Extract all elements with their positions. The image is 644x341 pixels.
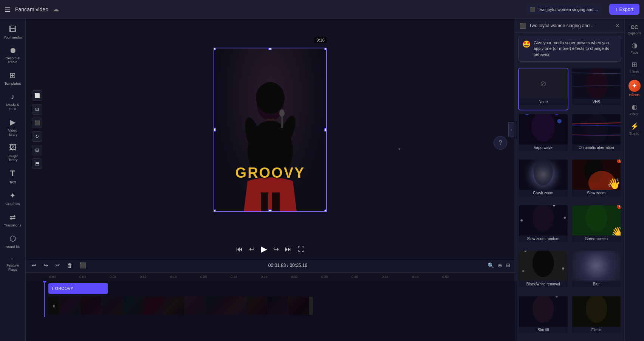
effect-slow-zoom-random-thumb: [519, 205, 568, 236]
canvas-tool-crop[interactable]: ⊡: [32, 104, 42, 115]
sidebar-item-text[interactable]: T Text: [2, 166, 24, 187]
fit-button[interactable]: ⊞: [506, 262, 510, 268]
sidebar-item-record-create[interactable]: ⏺ Record &create: [2, 43, 24, 67]
sidebar-item-brand-kit[interactable]: ⬡ Brand kit: [2, 231, 24, 252]
zoom-in-button[interactable]: ⊕: [498, 262, 502, 268]
forward-button[interactable]: ↪: [273, 245, 279, 253]
right-icon-effects[interactable]: ✦ Effects: [626, 78, 643, 99]
canvas-tool-align[interactable]: ⊟: [32, 145, 42, 155]
selection-handle-tm[interactable]: [268, 48, 272, 50]
canvas-tool-layer[interactable]: ⬒: [32, 158, 42, 169]
sidebar-label-music: Music & SFX: [3, 102, 23, 111]
selection-handle-bm[interactable]: [268, 209, 272, 212]
skip-forward-button[interactable]: ⏭: [285, 245, 292, 253]
timeline-toolbar: ↩ ↪ ✂ 🗑 ⬛ 00:01.83 / 00:35.16 🔍 ⊕ ⊞: [26, 258, 515, 273]
sidebar-item-music-sfx[interactable]: ♪ Music & SFX: [2, 89, 24, 114]
current-time: 00:01.83: [268, 263, 286, 268]
zoom-out-button[interactable]: 🔍: [488, 262, 494, 268]
effect-green-screen[interactable]: 👋 Green screen 2: [571, 205, 622, 247]
fullscreen-button[interactable]: ⛶: [298, 245, 305, 253]
selection-handle-tl[interactable]: [214, 48, 216, 50]
right-icon-speed[interactable]: ⚡ Speed: [626, 120, 643, 138]
track-thumb-6: [164, 297, 184, 315]
playhead[interactable]: [44, 281, 45, 317]
sidebar-item-image-library[interactable]: 🖼 Image library: [2, 140, 24, 165]
right-icon-filters[interactable]: ⊞ Filters: [626, 58, 643, 76]
effect-vhs-thumb: [572, 68, 621, 99]
sidebar-item-transitions[interactable]: ⇄ Transitions: [2, 209, 24, 230]
effect-blur[interactable]: Blur: [571, 250, 622, 292]
effect-vhs[interactable]: VHS: [571, 68, 622, 110]
text-icon: T: [10, 169, 15, 178]
transitions-icon: ⇄: [9, 212, 16, 222]
hamburger-button[interactable]: ☰: [5, 5, 11, 14]
feature-icon: ···: [11, 256, 15, 262]
canvas-tool-screen[interactable]: ⬛: [32, 118, 42, 128]
effect-vaporwave[interactable]: Vaporwave: [518, 113, 568, 156]
ruler-mark: 0:36: [320, 275, 351, 279]
selection-handle-lm[interactable]: [214, 128, 216, 132]
video-track-row: ⏸: [48, 296, 515, 316]
aspect-ratio-badge: 9:16: [314, 37, 327, 43]
speed-icon: ⚡: [630, 122, 639, 130]
effect-blur-label: Blur: [572, 281, 621, 287]
rewind-button[interactable]: ↩: [249, 245, 255, 253]
effect-bw-removal[interactable]: Black/white removal: [518, 250, 568, 292]
redo-button[interactable]: ↪: [42, 260, 50, 270]
sidebar-item-graphics[interactable]: ✦ Graphics: [2, 188, 24, 209]
selection-handle-br[interactable]: [324, 209, 327, 212]
effect-none[interactable]: ⊘ None: [518, 68, 568, 110]
right-icon-color[interactable]: ◐ Color: [626, 101, 643, 118]
canvas-area: ⬜ ⊡ ⬛ ↻ ⊟ ⬒ 9:16: [26, 19, 515, 341]
sidebar-item-your-media[interactable]: 🎞 Your media: [2, 22, 24, 42]
effect-chromatic[interactable]: Chromatic aberration: [571, 113, 622, 156]
panel-close-button[interactable]: ✕: [615, 23, 620, 29]
right-icon-fade[interactable]: ◑ Fade: [626, 39, 643, 57]
ruler-mark: 0:04: [79, 275, 109, 279]
ruler-mark: 0:48: [411, 275, 441, 279]
selection-handle-bl[interactable]: [214, 209, 216, 212]
delete-button[interactable]: 🗑: [65, 260, 74, 270]
video-track-clip[interactable]: ⏸: [48, 297, 313, 315]
help-button[interactable]: ?: [494, 136, 507, 150]
sidebar-label-feature: Feature Flags: [3, 263, 23, 271]
ruler-mark: 0:00: [48, 275, 79, 279]
sidebar-label-graphics: Graphics: [5, 202, 20, 206]
selection-handle-rm[interactable]: [324, 128, 327, 132]
ruler-mark: 0:40: [351, 275, 381, 279]
blur-fill-svg: [519, 296, 568, 327]
topbar: ☰ Fancam video ☁ ⬛ Two joyful women sing…: [0, 0, 644, 19]
ruler-mark: 0:08: [109, 275, 139, 279]
text-track-clip[interactable]: T GROOVY: [48, 283, 108, 294]
sidebar-item-feature-flags[interactable]: ··· Feature Flags: [2, 253, 24, 274]
track-thumb-2: [80, 297, 101, 315]
selection-handle-tr[interactable]: [324, 48, 327, 50]
right-icon-captions[interactable]: CC Captions: [626, 22, 643, 37]
export-button[interactable]: ↑ Export: [609, 4, 639, 15]
speed-label: Speed: [629, 132, 639, 135]
effect-slow-zoom-random[interactable]: Slow zoom random: [518, 205, 568, 247]
sidebar-item-templates[interactable]: ⊞ Templates: [2, 68, 24, 88]
tooltip-text: Give your media super powers when you ap…: [534, 40, 617, 57]
brand-icon: ⬡: [9, 234, 16, 243]
sidebar-item-video-library[interactable]: ▶ Video library: [2, 115, 24, 140]
canvas-tool-rotate[interactable]: ↻: [32, 131, 42, 142]
undo-button[interactable]: ↩: [30, 260, 38, 270]
panel-expand-right[interactable]: ‹: [508, 122, 514, 137]
effect-filmic[interactable]: Filmic: [571, 296, 622, 338]
scene-button[interactable]: ⬛: [78, 260, 88, 270]
skip-back-button[interactable]: ⏮: [236, 245, 243, 253]
effect-chromatic-thumb: [572, 114, 621, 144]
effect-crash-zoom[interactable]: Crash zoom: [518, 159, 568, 201]
effect-slow-zoom[interactable]: 👋 Slow zoom 1: [571, 159, 622, 201]
main-layout: 🎞 Your media ⏺ Record &create ⊞ Template…: [0, 19, 644, 341]
color-label: Color: [630, 112, 639, 116]
canvas-tool-monitor[interactable]: ⬜: [32, 90, 42, 101]
play-button[interactable]: ▶: [261, 244, 267, 254]
cut-button[interactable]: ✂: [54, 260, 62, 270]
effect-vhs-label: VHS: [572, 99, 621, 105]
track-thumb-9: [226, 297, 247, 315]
effect-blur-fill[interactable]: Blur fill: [518, 296, 568, 338]
panel-expand-bottom[interactable]: ▾: [398, 147, 401, 152]
track-thumb-12: [288, 297, 309, 315]
